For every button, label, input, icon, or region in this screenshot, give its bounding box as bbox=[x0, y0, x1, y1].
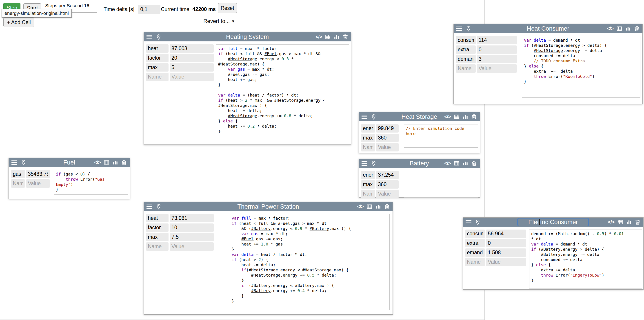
variable-name-input[interactable] bbox=[456, 36, 476, 44]
variable-value-input[interactable] bbox=[26, 170, 50, 178]
variable-name-input[interactable] bbox=[146, 223, 168, 232]
trash-icon[interactable] bbox=[384, 204, 390, 210]
variable-name-input[interactable] bbox=[146, 214, 168, 222]
code-editor[interactable]: var delta = demand * dt if (#HeatStorage… bbox=[522, 36, 640, 98]
variable-name-input[interactable] bbox=[456, 55, 476, 63]
new-variable-value-input[interactable] bbox=[486, 258, 526, 266]
trash-icon[interactable] bbox=[342, 34, 348, 40]
chart-view-icon[interactable] bbox=[112, 159, 118, 166]
new-variable-value-input[interactable] bbox=[376, 143, 398, 151]
new-variable-name-input[interactable] bbox=[456, 64, 476, 73]
variable-name-input[interactable] bbox=[361, 124, 375, 132]
variable-value-input[interactable] bbox=[170, 214, 214, 222]
variable-name-input[interactable] bbox=[361, 180, 375, 189]
panel-header[interactable]: Fuel </> bbox=[9, 158, 130, 167]
panel-header[interactable]: Electric Consumer </> bbox=[463, 218, 643, 227]
reset-button[interactable]: Reset bbox=[218, 3, 237, 13]
panel-header[interactable]: Heat Consumer </> bbox=[454, 24, 642, 33]
chart-view-icon[interactable] bbox=[375, 204, 381, 210]
variable-name-input[interactable] bbox=[361, 134, 375, 142]
trash-icon[interactable] bbox=[634, 26, 640, 32]
pin-icon[interactable] bbox=[156, 34, 161, 40]
variable-name-input[interactable] bbox=[456, 46, 476, 54]
variable-name-input[interactable] bbox=[361, 171, 375, 179]
table-view-icon[interactable] bbox=[325, 34, 331, 40]
hamburger-menu-icon[interactable] bbox=[456, 27, 462, 31]
revert-dropdown[interactable]: Revert to... ▾ bbox=[203, 18, 234, 24]
variable-name-input[interactable] bbox=[465, 239, 485, 247]
code-view-icon[interactable]: </> bbox=[357, 204, 364, 210]
panel-title[interactable]: Heat Storage bbox=[401, 113, 437, 120]
variable-value-input[interactable] bbox=[486, 239, 526, 247]
variable-name-input[interactable] bbox=[465, 230, 485, 238]
chart-view-icon[interactable] bbox=[462, 114, 468, 120]
pin-icon[interactable] bbox=[466, 26, 471, 32]
pin-icon[interactable] bbox=[21, 159, 26, 166]
new-variable-name-input[interactable] bbox=[11, 179, 25, 188]
table-view-icon[interactable] bbox=[454, 114, 460, 120]
pin-icon[interactable] bbox=[371, 161, 376, 167]
code-editor[interactable]: var full = max * factor if (heat < full … bbox=[216, 44, 349, 141]
hamburger-menu-icon[interactable] bbox=[146, 205, 152, 209]
code-view-icon[interactable]: </> bbox=[444, 114, 451, 120]
pin-icon[interactable] bbox=[371, 114, 376, 120]
new-variable-name-input[interactable] bbox=[465, 258, 485, 266]
code-view-icon[interactable]: </> bbox=[444, 161, 451, 166]
chart-view-icon[interactable] bbox=[625, 26, 631, 32]
code-view-icon[interactable]: </> bbox=[94, 159, 101, 166]
table-view-icon[interactable] bbox=[366, 204, 372, 210]
new-variable-name-input[interactable] bbox=[361, 190, 375, 198]
table-view-icon[interactable] bbox=[104, 159, 110, 166]
variable-value-input[interactable] bbox=[376, 124, 398, 132]
chart-view-icon[interactable] bbox=[626, 219, 632, 225]
variable-value-input[interactable] bbox=[486, 230, 526, 238]
variable-value-input[interactable] bbox=[376, 180, 398, 189]
add-cell-button[interactable]: + Add Cell bbox=[3, 18, 34, 27]
new-variable-name-input[interactable] bbox=[361, 143, 375, 151]
trash-icon[interactable] bbox=[121, 159, 127, 166]
panel-title-editing[interactable]: Electric Consumer bbox=[517, 218, 589, 226]
table-view-icon[interactable] bbox=[454, 161, 460, 166]
trash-icon[interactable] bbox=[635, 219, 641, 225]
new-variable-value-input[interactable] bbox=[376, 190, 398, 198]
panel-header[interactable]: Battery </> bbox=[359, 159, 480, 168]
code-editor[interactable]: // Enter simulation code here bbox=[404, 124, 478, 148]
panel-title[interactable]: Heat Consumer bbox=[527, 25, 569, 32]
variable-name-input[interactable] bbox=[146, 63, 168, 72]
variable-value-input[interactable] bbox=[477, 36, 517, 44]
variable-value-input[interactable] bbox=[170, 44, 214, 53]
panel-title[interactable]: Heating System bbox=[226, 34, 269, 41]
panel-header[interactable]: Heating System </> bbox=[144, 32, 351, 41]
pin-icon[interactable] bbox=[156, 204, 161, 210]
new-variable-value-input[interactable] bbox=[26, 179, 50, 188]
hamburger-menu-icon[interactable] bbox=[362, 161, 368, 166]
new-variable-value-input[interactable] bbox=[477, 64, 517, 73]
code-editor[interactable]: demand += (Math.random() - 0.5) * 0.01 *… bbox=[529, 230, 642, 288]
variable-value-input[interactable] bbox=[477, 55, 517, 63]
table-view-icon[interactable] bbox=[616, 26, 622, 32]
variable-name-input[interactable] bbox=[146, 44, 168, 53]
code-view-icon[interactable]: </> bbox=[607, 26, 614, 32]
table-view-icon[interactable] bbox=[617, 219, 623, 225]
variable-value-input[interactable] bbox=[170, 223, 214, 232]
panel-title[interactable]: Battery bbox=[410, 160, 429, 167]
variable-value-input[interactable] bbox=[477, 46, 517, 54]
hamburger-menu-icon[interactable] bbox=[146, 35, 152, 39]
chart-view-icon[interactable] bbox=[462, 161, 468, 166]
code-view-icon[interactable]: </> bbox=[316, 34, 322, 40]
code-editor[interactable] bbox=[404, 171, 478, 198]
chart-view-icon[interactable] bbox=[334, 34, 340, 40]
variable-value-input[interactable] bbox=[486, 248, 526, 257]
panel-header[interactable]: Heat Storage </> bbox=[359, 112, 480, 121]
code-editor[interactable]: var full = max * factor; if (heat < full… bbox=[230, 214, 390, 310]
variable-name-input[interactable] bbox=[465, 248, 485, 257]
variable-value-input[interactable] bbox=[170, 63, 214, 72]
trash-icon[interactable] bbox=[471, 114, 477, 120]
variable-value-input[interactable] bbox=[170, 54, 214, 62]
variable-name-input[interactable] bbox=[146, 54, 168, 62]
new-variable-name-input[interactable] bbox=[146, 73, 168, 81]
hamburger-menu-icon[interactable] bbox=[362, 115, 368, 119]
hamburger-menu-icon[interactable] bbox=[466, 220, 472, 224]
panel-header[interactable]: Thermal Power Station </> bbox=[144, 202, 392, 211]
variable-name-input[interactable] bbox=[11, 170, 25, 178]
